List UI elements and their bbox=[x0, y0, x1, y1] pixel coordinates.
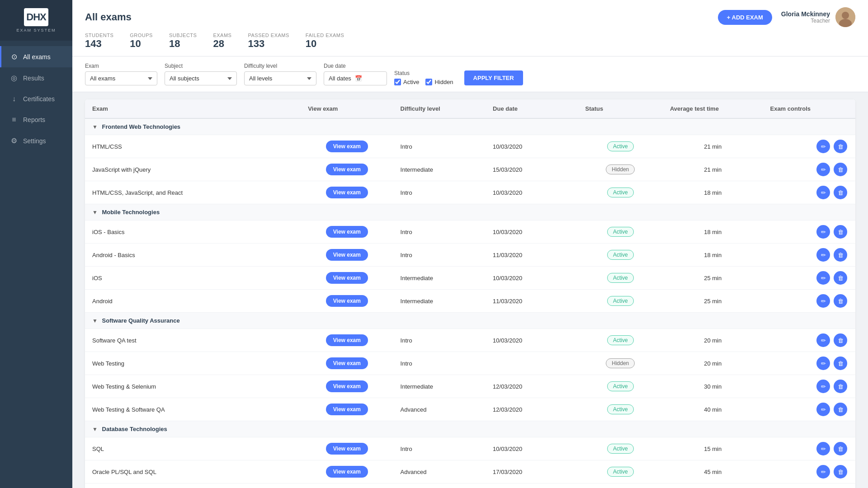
table-row: HTML/CSS View exam Intro 10/03/2020 Acti… bbox=[85, 135, 855, 158]
edit-exam-button[interactable]: ✏ bbox=[816, 380, 830, 393]
delete-exam-button[interactable]: 🗑 bbox=[834, 271, 847, 285]
user-role: Teacher bbox=[781, 18, 830, 24]
view-exam-button[interactable]: View exam bbox=[326, 226, 368, 238]
stat-item-groups: GROUPS10 bbox=[130, 33, 153, 50]
exam-filter-label: Exam bbox=[85, 63, 157, 69]
hidden-checkbox[interactable] bbox=[425, 79, 432, 85]
sidebar-item-certificates[interactable]: ↓ Certificates bbox=[0, 89, 72, 109]
add-exam-button[interactable]: + ADD EXAM bbox=[718, 10, 772, 25]
controls-cell: ✏ 🗑 bbox=[763, 181, 855, 204]
group-header-row: ▼ Mobile Technologies bbox=[85, 204, 855, 221]
difficulty-filter-select[interactable]: All levels bbox=[244, 71, 316, 85]
delete-exam-button[interactable]: 🗑 bbox=[834, 140, 847, 153]
group-toggle-icon[interactable]: ▼ bbox=[92, 318, 98, 324]
group-header-row: ▼ Database Technologies bbox=[85, 421, 855, 437]
edit-exam-button[interactable]: ✏ bbox=[816, 465, 830, 479]
edit-exam-button[interactable]: ✏ bbox=[816, 248, 830, 262]
stat-label: PASSED EXAMS bbox=[248, 33, 289, 38]
home-icon: ⊙ bbox=[9, 52, 19, 61]
exam-name-cell: iOS - Basics bbox=[85, 221, 301, 244]
sidebar-item-results[interactable]: ◎ Results bbox=[0, 67, 72, 89]
apply-filter-button[interactable]: APPLY FILTER bbox=[464, 70, 523, 85]
avg-time-cell: 20 min bbox=[663, 329, 763, 352]
exam-name-cell: HTML/CSS, JavaScript, and React bbox=[85, 181, 301, 204]
delete-exam-button[interactable]: 🗑 bbox=[834, 163, 847, 176]
delete-exam-button[interactable]: 🗑 bbox=[834, 465, 847, 479]
delete-exam-button[interactable]: 🗑 bbox=[834, 294, 847, 308]
view-exam-button[interactable]: View exam bbox=[326, 164, 368, 175]
edit-exam-button[interactable]: ✏ bbox=[816, 225, 830, 239]
status-badge: Active bbox=[607, 335, 634, 345]
stat-value: 28 bbox=[213, 38, 231, 50]
view-exam-cell: View exam bbox=[301, 267, 393, 290]
view-exam-button[interactable]: View exam bbox=[326, 272, 368, 284]
status-checkboxes: Active Hidden bbox=[394, 79, 453, 85]
edit-exam-button[interactable]: ✏ bbox=[816, 333, 830, 347]
col-header-due: Due date bbox=[486, 99, 578, 118]
delete-exam-button[interactable]: 🗑 bbox=[834, 248, 847, 262]
due-date-cell: 10/03/2020 bbox=[486, 221, 578, 244]
status-badge: Active bbox=[607, 444, 634, 454]
delete-exam-button[interactable]: 🗑 bbox=[834, 442, 847, 455]
status-cell: Active bbox=[578, 375, 663, 398]
due-date-cell: 10/03/2020 bbox=[486, 135, 578, 158]
avg-time-cell: 25 min bbox=[663, 290, 763, 313]
view-exam-button[interactable]: View exam bbox=[326, 187, 368, 198]
delete-exam-button[interactable]: 🗑 bbox=[834, 333, 847, 347]
view-exam-button[interactable]: View exam bbox=[326, 380, 368, 392]
delete-exam-button[interactable]: 🗑 bbox=[834, 225, 847, 239]
user-name: Gloria Mckinney bbox=[781, 10, 830, 18]
view-exam-cell: View exam bbox=[301, 437, 393, 460]
view-exam-button[interactable]: View exam bbox=[326, 334, 368, 346]
difficulty-cell: Intermediate bbox=[393, 290, 486, 313]
controls-cell: ✏ 🗑 bbox=[763, 375, 855, 398]
view-exam-button[interactable]: View exam bbox=[326, 249, 368, 261]
edit-exam-button[interactable]: ✏ bbox=[816, 403, 830, 416]
status-cell: Active bbox=[578, 135, 663, 158]
exam-filter-select[interactable]: All exams bbox=[85, 71, 157, 85]
controls-cell: ✏ 🗑 bbox=[763, 135, 855, 158]
active-checkbox-wrap[interactable]: Active bbox=[394, 79, 419, 85]
status-cell: Active bbox=[578, 290, 663, 313]
col-header-status: Status bbox=[578, 99, 663, 118]
sidebar-item-reports[interactable]: ≡ Reports bbox=[0, 109, 72, 130]
view-exam-cell: View exam bbox=[301, 352, 393, 375]
due-date-input-wrap[interactable]: All dates 📅 bbox=[324, 71, 387, 85]
view-exam-button[interactable]: View exam bbox=[326, 357, 368, 369]
stat-label: STUDENTS bbox=[85, 33, 113, 38]
group-toggle-icon[interactable]: ▼ bbox=[92, 426, 98, 432]
view-exam-cell: View exam bbox=[301, 460, 393, 483]
difficulty-cell: Intermediate bbox=[393, 375, 486, 398]
avg-time-cell: 40 min bbox=[663, 398, 763, 421]
view-exam-button[interactable]: View exam bbox=[326, 295, 368, 307]
delete-exam-button[interactable]: 🗑 bbox=[834, 403, 847, 416]
main-content: All exams + ADD EXAM Gloria Mckinney Tea… bbox=[72, 0, 868, 488]
delete-exam-button[interactable]: 🗑 bbox=[834, 357, 847, 370]
edit-exam-button[interactable]: ✏ bbox=[816, 271, 830, 285]
results-icon: ◎ bbox=[9, 74, 19, 82]
status-badge: Active bbox=[607, 141, 634, 151]
edit-exam-button[interactable]: ✏ bbox=[816, 357, 830, 370]
view-exam-button[interactable]: View exam bbox=[326, 404, 368, 415]
sidebar-item-all-exams[interactable]: ⊙ All exams bbox=[0, 46, 72, 67]
user-info: Gloria Mckinney Teacher bbox=[781, 7, 855, 27]
edit-exam-button[interactable]: ✏ bbox=[816, 140, 830, 153]
sidebar-item-settings[interactable]: ⚙ Settings bbox=[0, 130, 72, 151]
delete-exam-button[interactable]: 🗑 bbox=[834, 186, 847, 199]
view-exam-button[interactable]: View exam bbox=[326, 466, 368, 478]
view-exam-button[interactable]: View exam bbox=[326, 141, 368, 152]
logo-sub: EXAM SYSTEM bbox=[16, 28, 56, 33]
edit-exam-button[interactable]: ✏ bbox=[816, 294, 830, 308]
group-toggle-icon[interactable]: ▼ bbox=[92, 209, 98, 216]
edit-exam-button[interactable]: ✏ bbox=[816, 163, 830, 176]
hidden-checkbox-wrap[interactable]: Hidden bbox=[425, 79, 453, 85]
delete-exam-button[interactable]: 🗑 bbox=[834, 380, 847, 393]
edit-exam-button[interactable]: ✏ bbox=[816, 186, 830, 199]
subject-filter-select[interactable]: All subjects bbox=[165, 71, 237, 85]
edit-exam-button[interactable]: ✏ bbox=[816, 442, 830, 455]
active-checkbox[interactable] bbox=[394, 79, 401, 85]
status-badge: Active bbox=[607, 381, 634, 391]
group-toggle-icon[interactable]: ▼ bbox=[92, 124, 98, 130]
view-exam-button[interactable]: View exam bbox=[326, 443, 368, 455]
user-text: Gloria Mckinney Teacher bbox=[781, 10, 830, 24]
